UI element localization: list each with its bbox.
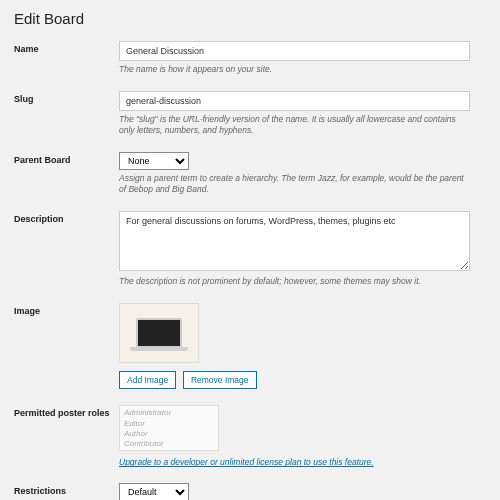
role-option: Contributor <box>124 439 214 449</box>
parent-select[interactable]: None <box>119 152 189 170</box>
description-hint: The description is not prominent by defa… <box>119 276 470 287</box>
role-option: Administrator <box>124 408 214 418</box>
image-thumbnail[interactable] <box>119 303 199 363</box>
description-label: Description <box>14 211 119 287</box>
restrictions-label: Restrictions <box>14 483 119 500</box>
role-option: Author <box>124 429 214 439</box>
slug-label: Slug <box>14 91 119 136</box>
name-input[interactable] <box>119 41 470 61</box>
roles-label: Permitted poster roles <box>14 405 119 467</box>
image-label: Image <box>14 303 119 389</box>
page-title: Edit Board <box>14 10 486 27</box>
roles-upsell-link[interactable]: Upgrade to a developer or unlimited lice… <box>119 457 374 467</box>
name-hint: The name is how it appears on your site. <box>119 64 470 75</box>
slug-input[interactable] <box>119 91 470 111</box>
laptop-icon <box>136 318 182 348</box>
name-label: Name <box>14 41 119 75</box>
add-image-button[interactable]: Add Image <box>119 371 176 389</box>
description-textarea[interactable]: For general discussions on forums, WordP… <box>119 211 470 271</box>
parent-hint: Assign a parent term to create a hierarc… <box>119 173 470 195</box>
remove-image-button[interactable]: Remove Image <box>183 371 257 389</box>
roles-listbox: Administrator Editor Author Contributor <box>119 405 219 451</box>
slug-hint: The "slug" is the URL-friendly version o… <box>119 114 470 136</box>
restrictions-select[interactable]: Default <box>119 483 189 500</box>
parent-label: Parent Board <box>14 152 119 195</box>
role-option: Editor <box>124 419 214 429</box>
